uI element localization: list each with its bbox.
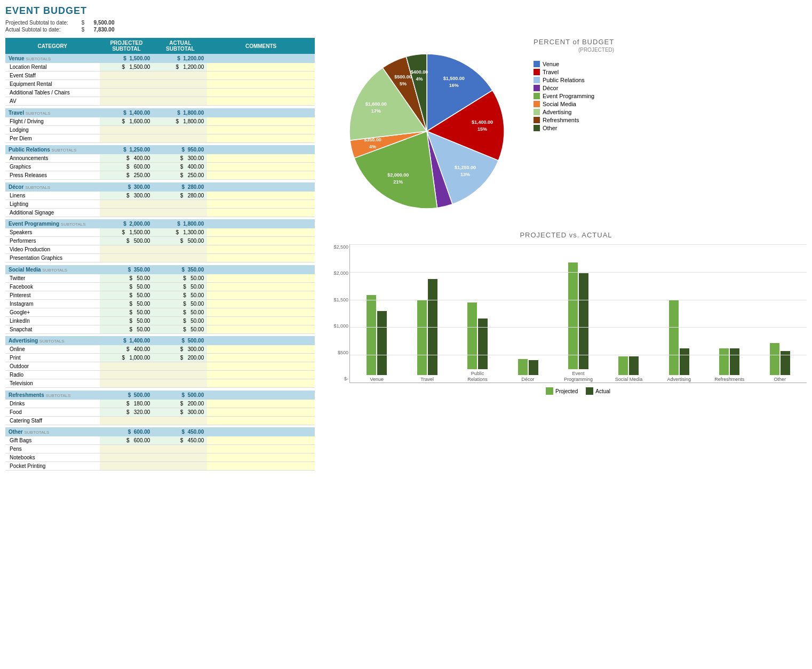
table-row: Per Diem <box>5 134 315 142</box>
table-row: Catering Staff <box>5 416 315 425</box>
legend-item: Other <box>534 125 614 131</box>
table-row: Notebooks <box>5 453 315 462</box>
bar-group: Refreshments <box>705 348 753 383</box>
legend-item: Social Media <box>534 101 614 107</box>
table-row: AV <box>5 97 315 106</box>
table-row: Equipment Rental <box>5 80 315 89</box>
budget-table: CATEGORY PROJECTED SUBTOTAL ACTUAL SUBTO… <box>5 38 315 473</box>
subtotal-row: Refreshments SUBTOTALS $ 500.00 $ 500.00 <box>5 391 315 400</box>
bar-group: Event Programming <box>554 262 602 383</box>
projected-bar <box>518 359 528 375</box>
subtotal-row: Event Programming SUBTOTALS $ 2,000.00 $… <box>5 219 315 228</box>
table-row: Food $ 320.00 $ 300.00 <box>5 408 315 416</box>
pie-chart-subtitle: (PROJECTED) <box>534 47 614 53</box>
bar-group: Venue <box>353 295 401 383</box>
actual-bar <box>680 348 689 375</box>
bar-group: Décor <box>504 359 552 383</box>
svg-text:21%: 21% <box>393 179 403 185</box>
svg-text:$1,500.00: $1,500.00 <box>443 76 465 81</box>
projected-bar <box>770 343 779 375</box>
pie-chart-container: $1,500.0016%$1,400.0015%$1,250.0013%$2,0… <box>325 38 528 220</box>
table-row: Instagram $ 50.00 $ 50.00 <box>5 299 315 308</box>
table-row: Television <box>5 379 315 388</box>
table-row: Online $ 400.00 $ 300.00 <box>5 345 315 354</box>
table-row: Performers $ 500.00 $ 500.00 <box>5 237 315 245</box>
table-row: Announcements $ 400.00 $ 300.00 <box>5 154 315 163</box>
table-row: Google+ $ 50.00 $ 50.00 <box>5 308 315 316</box>
projected-bar <box>467 302 477 369</box>
table-row: Graphics $ 600.00 $ 400.00 <box>5 163 315 171</box>
table-row: Twitter $ 50.00 $ 50.00 <box>5 274 315 283</box>
svg-text:4%: 4% <box>369 144 376 149</box>
legend-item: Venue <box>534 61 614 67</box>
table-row: Additional Tables / Chairs <box>5 89 315 97</box>
bar-legend: ProjectedActual <box>349 387 807 395</box>
col-actual: ACTUAL SUBTOTAL <box>153 38 207 54</box>
projected-bar <box>719 348 729 375</box>
legend-item: Event Programming <box>534 93 614 99</box>
projected-bar <box>367 295 376 375</box>
projected-bar <box>417 300 427 375</box>
projected-bar <box>568 262 578 369</box>
table-row: Pens <box>5 445 315 453</box>
table-row: Facebook $ 50.00 $ 50.00 <box>5 282 315 291</box>
bar-group: Public Relations <box>453 302 501 383</box>
table-row: Gift Bags $ 600.00 $ 450.00 <box>5 436 315 445</box>
legend-item: Travel <box>534 69 614 75</box>
table-row: Location Rental $ 1,500.00 $ 1,200.00 <box>5 63 315 71</box>
table-row: Additional Signage <box>5 208 315 217</box>
table-row: Snapchat $ 50.00 $ 50.00 <box>5 325 315 333</box>
subtotal-row: Venue SUBTOTALS $ 1,500.00 $ 1,200.00 <box>5 54 315 63</box>
table-row: Linens $ 300.00 $ 280.00 <box>5 192 315 200</box>
table-row: Drinks $ 180.00 $ 200.00 <box>5 400 315 408</box>
svg-text:4%: 4% <box>416 76 423 82</box>
table-row: LinkedIn $ 50.00 $ 50.00 <box>5 316 315 325</box>
projected-bar <box>618 356 628 375</box>
bar-legend-actual: Actual <box>586 387 610 395</box>
pie-chart-title: PERCENT of BUDGET <box>534 38 614 46</box>
subtotal-row: Travel SUBTOTALS $ 1,400.00 $ 1,800.00 <box>5 108 315 117</box>
bar-group: Other <box>756 343 804 383</box>
table-row: Radio <box>5 371 315 379</box>
budget-table-panel: CATEGORY PROJECTED SUBTOTAL ACTUAL SUBTO… <box>5 38 315 473</box>
subtotal-row: Advertising SUBTOTALS $ 1,400.00 $ 500.0… <box>5 336 315 345</box>
projected-subtotal-row: Projected Subtotal to date: $ 9,500.00 <box>5 20 807 26</box>
charts-panel: $1,500.0016%$1,400.0015%$1,250.0013%$2,0… <box>325 38 807 473</box>
table-row: Pocket Printing <box>5 462 315 471</box>
svg-text:$1,600.00: $1,600.00 <box>365 101 387 107</box>
actual-bar <box>529 360 538 375</box>
table-row: Flight / Driving $ 1,600.00 $ 1,800.00 <box>5 117 315 126</box>
table-row: Press Releases $ 250.00 $ 250.00 <box>5 171 315 180</box>
col-comments: COMMENTS <box>207 38 315 54</box>
actual-bar <box>629 356 639 375</box>
svg-text:$500.00: $500.00 <box>394 74 412 79</box>
svg-text:13%: 13% <box>460 172 470 177</box>
svg-text:17%: 17% <box>371 108 381 114</box>
table-row: Lodging <box>5 125 315 134</box>
subtotal-row: Public Relations SUBTOTALS $ 1,250.00 $ … <box>5 145 315 154</box>
svg-text:$400.00: $400.00 <box>411 69 428 75</box>
table-row: Video Production <box>5 245 315 254</box>
legend-item: Décor <box>534 85 614 91</box>
svg-text:$2,000.00: $2,000.00 <box>387 172 409 178</box>
table-row: Lighting <box>5 200 315 208</box>
col-projected: PROJECTED SUBTOTAL <box>100 38 154 54</box>
bar-legend-projected: Projected <box>546 387 578 395</box>
svg-text:16%: 16% <box>449 83 459 88</box>
table-row: Print $ 1,000.00 $ 200.00 <box>5 354 315 362</box>
col-category: CATEGORY <box>5 38 100 54</box>
table-row: Speakers $ 1,500.00 $ 1,300.00 <box>5 228 315 237</box>
bar-group: Travel <box>403 279 451 383</box>
table-row: Pinterest $ 50.00 $ 50.00 <box>5 291 315 299</box>
pie-legend: VenueTravelPublic RelationsDécorEvent Pr… <box>534 61 614 131</box>
svg-text:$1,250.00: $1,250.00 <box>455 165 476 170</box>
legend-item: Public Relations <box>534 77 614 83</box>
table-row: Presentation Graphics <box>5 254 315 262</box>
table-row: Event Staff <box>5 71 315 80</box>
svg-text:5%: 5% <box>400 81 407 86</box>
projected-bar <box>669 300 679 375</box>
bar-chart-container: PROJECTED vs. ACTUAL $2,500$2,000$1,500$… <box>325 231 807 395</box>
svg-text:15%: 15% <box>477 126 487 132</box>
page-title: EVENT BUDGET <box>5 5 807 17</box>
actual-bar <box>478 318 488 369</box>
